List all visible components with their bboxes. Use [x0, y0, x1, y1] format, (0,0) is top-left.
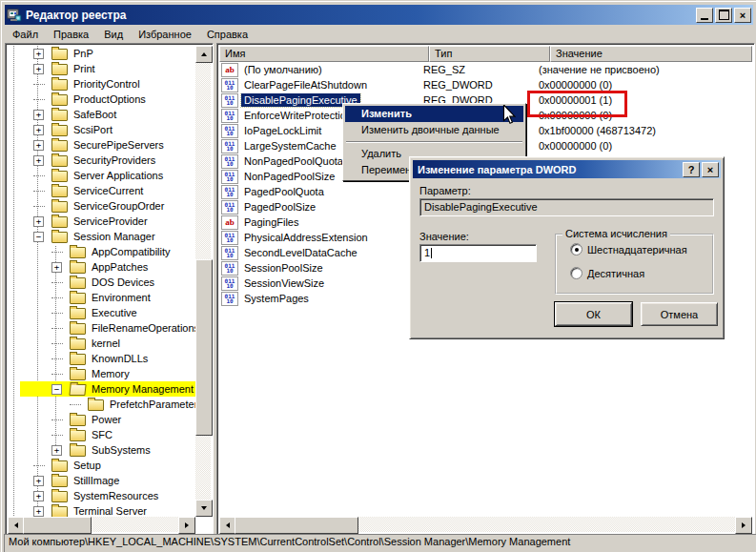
expand-plus-icon[interactable]: + — [33, 506, 44, 517]
tree-item-appcompatibility[interactable]: AppCompatibility — [8, 244, 195, 259]
list-hscroll-thumb[interactable] — [235, 517, 358, 534]
expand-plus-icon[interactable]: + — [51, 262, 62, 273]
expand-plus-icon[interactable]: + — [33, 125, 44, 135]
expand-plus-icon[interactable]: + — [33, 476, 44, 486]
tree-item-prioritycontrol[interactable]: PriorityControl — [8, 76, 195, 92]
tree-item-sfc[interactable]: SFC — [8, 427, 195, 442]
expand-plus-icon[interactable]: + — [33, 49, 44, 59]
expand-plus-icon[interactable]: + — [51, 445, 62, 456]
close-button[interactable]: × — [734, 8, 751, 23]
dialog-close-button[interactable]: × — [702, 162, 719, 177]
tree-item-subsystems[interactable]: +SubSystems — [8, 442, 195, 458]
dword-value-icon — [221, 139, 238, 153]
tree-vertical-scrollbar[interactable] — [195, 46, 211, 517]
column-header-value[interactable]: Значение — [550, 46, 752, 62]
tree-item-servicegrouporder[interactable]: ServiceGroupOrder — [8, 198, 195, 214]
tree-hscroll-thumb[interactable] — [23, 517, 92, 534]
tree-item-memory-management[interactable]: −Memory Management — [8, 381, 195, 397]
value-name-cell[interactable]: PhysicalAddressExtension — [219, 231, 419, 245]
registry-value-row-clearpagefileatshutdown[interactable]: ClearPageFileAtShutdownREG_DWORD0x000000… — [219, 77, 752, 92]
string-value-icon — [221, 215, 238, 230]
scroll-up-button[interactable] — [195, 46, 213, 63]
arrow-left-icon — [14, 522, 18, 528]
value-name-cell[interactable]: PagedPoolQuota — [219, 185, 419, 199]
dword-value-icon — [221, 261, 238, 276]
groupbox-label: Система исчисления — [562, 228, 670, 239]
tree-item-securityproviders[interactable]: +SecurityProviders — [8, 153, 195, 168]
list-horizontal-scrollbar[interactable] — [219, 517, 752, 532]
tree-item-scsiport[interactable]: +ScsiPort — [8, 122, 195, 137]
value-name-label: SessionViewSize — [241, 276, 327, 290]
value-name-cell[interactable]: SystemPages — [219, 292, 419, 306]
scroll-down-button[interactable] — [195, 500, 213, 517]
cancel-button[interactable]: Отмена — [641, 302, 718, 326]
menu-file[interactable]: Файл — [5, 27, 46, 42]
radio-decimal[interactable]: Десятичная — [570, 267, 644, 279]
tree-item-safeboot[interactable]: +SafeBoot — [8, 107, 195, 122]
menu-edit[interactable]: Правка — [46, 27, 96, 42]
tree-item-productoptions[interactable]: ProductOptions — [8, 92, 195, 107]
value-name-cell[interactable]: ClearPageFileAtShutdown — [219, 78, 419, 92]
expand-plus-icon[interactable]: + — [33, 216, 44, 227]
expand-plus-icon[interactable]: + — [33, 155, 44, 166]
tree-item-label: AppCompatibility — [90, 246, 173, 257]
tree-item-securepipeservers[interactable]: +SecurePipeServers — [8, 137, 195, 153]
minimize-button[interactable] — [696, 8, 713, 23]
tree-item-kernel[interactable]: kernel — [8, 336, 195, 351]
tree-item-memory[interactable]: Memory — [8, 366, 195, 381]
ok-button[interactable]: ОК — [555, 302, 632, 326]
value-name-cell[interactable]: SecondLevelDataCache — [219, 246, 419, 260]
tree-item-apppatches[interactable]: +AppPatches — [8, 259, 195, 275]
expand-plus-icon[interactable]: + — [33, 491, 44, 501]
column-header-name[interactable]: Имя — [219, 46, 429, 62]
maximize-button[interactable] — [715, 8, 732, 23]
tree-item-knowndlls[interactable]: KnownDLLs — [8, 351, 195, 366]
scroll-right-button[interactable] — [178, 517, 195, 534]
tree-item-dos-devices[interactable]: DOS Devices — [8, 275, 195, 290]
menu-favorites[interactable]: Избранное — [131, 27, 199, 42]
tree-item-environment[interactable]: Environment — [8, 290, 195, 305]
tree-item-stillimage[interactable]: +StillImage — [8, 473, 195, 488]
value-name-cell[interactable]: PagedPoolSize — [219, 200, 419, 215]
tree-item-print[interactable]: +Print — [8, 61, 195, 76]
column-header-type[interactable]: Тип — [429, 46, 550, 62]
scroll-right-button[interactable] — [735, 517, 752, 534]
collapse-minus-icon[interactable]: − — [51, 384, 62, 395]
value-input[interactable]: 1 — [419, 244, 537, 262]
dword-value-icon — [221, 292, 238, 306]
tree-item-power[interactable]: Power — [8, 412, 195, 427]
value-name-cell[interactable]: PagingFiles — [219, 215, 419, 230]
expand-plus-icon[interactable]: + — [33, 110, 44, 120]
menu-help[interactable]: Справка — [199, 27, 255, 42]
tree-item-executive[interactable]: Executive — [8, 305, 195, 320]
expand-plus-icon[interactable]: + — [33, 64, 44, 74]
tree-item-setup[interactable]: Setup — [8, 458, 195, 473]
value-name-cell[interactable]: SessionViewSize — [219, 276, 419, 291]
tree-item-terminal-server[interactable]: +Terminal Server — [8, 503, 195, 517]
value-name-cell[interactable]: SessionPoolSize — [219, 261, 419, 276]
tree-item-servicecurrent[interactable]: ServiceCurrent — [8, 183, 195, 198]
context-menu-item-edit[interactable]: Изменить — [345, 106, 523, 122]
expand-plus-icon[interactable]: + — [33, 140, 44, 151]
folder-icon — [51, 186, 68, 197]
menu-view[interactable]: Вид — [96, 27, 131, 42]
title-bar[interactable]: Редактор реестра × — [5, 5, 753, 25]
folder-icon — [70, 293, 86, 304]
tree-horizontal-scrollbar[interactable] — [8, 517, 195, 532]
tree-item-session-manager[interactable]: −Session Manager — [8, 229, 195, 244]
radio-hexadecimal[interactable]: Шестнадцатеричная — [570, 243, 687, 256]
tree-item-prefetchparameters[interactable]: PrefetchParameters — [8, 397, 195, 412]
registry-value-row-item[interactable]: (По умолчанию)REG_SZ(значение не присвое… — [219, 62, 752, 77]
tree-item-filerenameoperations[interactable]: FileRenameOperations — [8, 320, 195, 336]
dialog-title-bar[interactable]: Изменение параметра DWORD ? × — [413, 160, 721, 178]
folder-icon — [51, 79, 68, 91]
tree-item-server-applications[interactable]: Server Applications — [8, 168, 195, 183]
tree-item-pnp[interactable]: +PnP — [8, 46, 195, 61]
tree-item-serviceprovider[interactable]: +ServiceProvider — [8, 214, 195, 229]
context-menu-item-edit-binary[interactable]: Изменить двоичные данные — [345, 122, 523, 138]
value-name-cell[interactable]: (По умолчанию) — [219, 63, 419, 77]
dialog-help-button[interactable]: ? — [683, 162, 700, 177]
collapse-minus-icon[interactable]: − — [33, 232, 44, 242]
tree-item-systemresources[interactable]: +SystemResources — [8, 488, 195, 503]
tree-vscroll-thumb[interactable] — [195, 259, 213, 436]
